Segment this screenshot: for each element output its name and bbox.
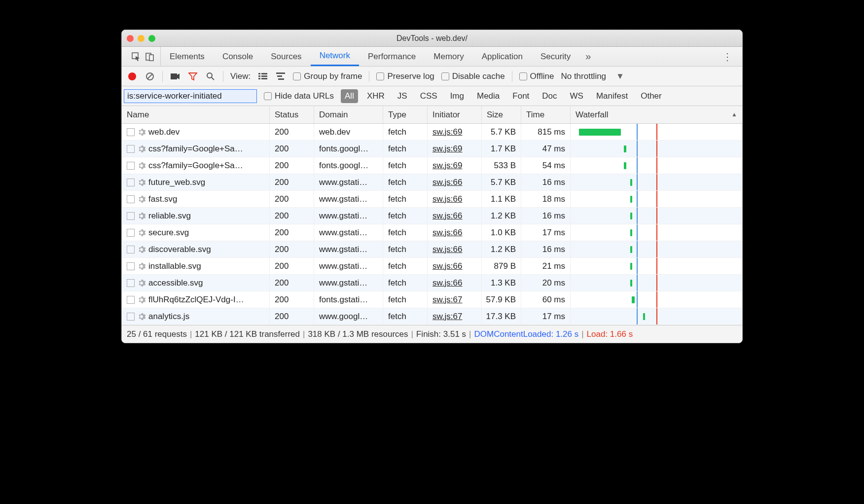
row-checkbox[interactable]	[127, 145, 135, 153]
request-initiator[interactable]: sw.js:69	[432, 144, 462, 154]
table-row[interactable]: analytics.js200www.googl…fetchsw.js:6717…	[122, 308, 742, 325]
request-initiator[interactable]: sw.js:66	[432, 211, 462, 221]
table-row[interactable]: accessible.svg200www.gstati…fetchsw.js:6…	[122, 275, 742, 291]
col-type[interactable]: Type	[383, 106, 428, 123]
col-size[interactable]: Size	[482, 106, 521, 123]
table-row[interactable]: css?family=Google+Sa…200fonts.googl…fetc…	[122, 141, 742, 157]
tab-network[interactable]: Network	[311, 47, 359, 66]
svg-point-6	[207, 73, 212, 78]
row-checkbox[interactable]	[127, 279, 135, 287]
table-row[interactable]: flUhRq6tzZclQEJ-Vdg-I…200fonts.gstati…fe…	[122, 291, 742, 308]
table-row[interactable]: future_web.svg200www.gstati…fetchsw.js:6…	[122, 174, 742, 191]
request-size: 1.3 KB	[482, 275, 521, 291]
row-checkbox[interactable]	[127, 128, 135, 136]
filter-type-css[interactable]: CSS	[416, 89, 441, 103]
search-icon[interactable]	[205, 71, 216, 82]
col-name[interactable]: Name	[122, 106, 270, 123]
kebab-menu-icon[interactable]: ⋮	[717, 51, 738, 63]
filter-type-doc[interactable]: Doc	[538, 89, 561, 103]
request-domain: fonts.googl…	[314, 157, 383, 174]
request-initiator[interactable]: sw.js:69	[432, 127, 462, 137]
request-initiator[interactable]: sw.js:66	[432, 178, 462, 187]
col-initiator[interactable]: Initiator	[428, 106, 482, 123]
tab-memory[interactable]: Memory	[425, 47, 472, 66]
col-domain[interactable]: Domain	[314, 106, 383, 123]
request-status: 200	[270, 241, 314, 257]
row-checkbox[interactable]	[127, 313, 135, 321]
filter-type-img[interactable]: Img	[446, 89, 468, 103]
offline-checkbox[interactable]: Offline	[519, 72, 554, 81]
row-checkbox[interactable]	[127, 296, 135, 304]
overview-icon[interactable]	[275, 71, 286, 82]
row-checkbox[interactable]	[127, 229, 135, 237]
request-status: 200	[270, 208, 314, 224]
row-checkbox[interactable]	[127, 212, 135, 220]
svg-rect-12	[258, 78, 260, 79]
filter-input[interactable]	[124, 89, 257, 103]
filter-type-ws[interactable]: WS	[566, 89, 587, 103]
row-checkbox[interactable]	[127, 246, 135, 253]
request-initiator[interactable]: sw.js:67	[432, 312, 462, 322]
col-time[interactable]: Time	[521, 106, 571, 123]
tab-sources[interactable]: Sources	[262, 47, 310, 66]
table-row[interactable]: installable.svg200www.gstati…fetchsw.js:…	[122, 258, 742, 275]
table-row[interactable]: fast.svg200www.gstati…fetchsw.js:661.1 K…	[122, 191, 742, 208]
filter-type-manifest[interactable]: Manifest	[592, 89, 632, 103]
table-row[interactable]: web.dev200web.devfetchsw.js:695.7 KB815 …	[122, 124, 742, 141]
table-row[interactable]: discoverable.svg200www.gstati…fetchsw.js…	[122, 241, 742, 258]
large-rows-icon[interactable]	[257, 71, 268, 82]
col-waterfall[interactable]: Waterfall▲	[571, 106, 742, 123]
row-checkbox[interactable]	[127, 195, 135, 203]
table-row[interactable]: css?family=Google+Sa…200fonts.googl…fetc…	[122, 157, 742, 174]
hide-data-urls-checkbox[interactable]: Hide data URLs	[264, 91, 334, 101]
filter-type-all[interactable]: All	[341, 89, 358, 103]
inspect-icon[interactable]	[131, 51, 142, 62]
request-initiator[interactable]: sw.js:69	[432, 161, 462, 171]
device-icon[interactable]	[144, 51, 155, 62]
request-name: installable.svg	[148, 261, 201, 271]
tab-elements[interactable]: Elements	[161, 47, 214, 66]
more-tabs-icon[interactable]: »	[581, 51, 595, 62]
group-by-frame-checkbox[interactable]: Group by frame	[293, 72, 362, 81]
filter-type-media[interactable]: Media	[473, 89, 504, 103]
row-checkbox[interactable]	[127, 179, 135, 186]
request-initiator[interactable]: sw.js:66	[432, 278, 462, 288]
filter-icon[interactable]	[187, 71, 198, 82]
request-initiator[interactable]: sw.js:66	[432, 228, 462, 238]
request-initiator[interactable]: sw.js:66	[432, 194, 462, 204]
request-status: 200	[270, 258, 314, 274]
filter-type-font[interactable]: Font	[508, 89, 533, 103]
tab-console[interactable]: Console	[214, 47, 262, 66]
table-row[interactable]: reliable.svg200www.gstati…fetchsw.js:661…	[122, 208, 742, 224]
throttling-select[interactable]: No throttling▼	[561, 72, 624, 81]
request-time: 16 ms	[521, 241, 571, 257]
status-resources: 318 KB / 1.3 MB resources	[308, 329, 408, 339]
row-checkbox[interactable]	[127, 262, 135, 270]
filter-type-other[interactable]: Other	[637, 89, 666, 103]
request-size: 5.7 KB	[482, 124, 521, 140]
preserve-log-checkbox[interactable]: Preserve log	[376, 72, 434, 81]
request-time: 60 ms	[521, 291, 571, 308]
svg-rect-5	[171, 73, 177, 79]
request-status: 200	[270, 291, 314, 308]
request-initiator[interactable]: sw.js:66	[432, 245, 462, 254]
row-checkbox[interactable]	[127, 162, 135, 170]
request-initiator[interactable]: sw.js:67	[432, 295, 462, 305]
col-status[interactable]: Status	[270, 106, 314, 123]
request-type: fetch	[383, 291, 428, 308]
request-type: fetch	[383, 224, 428, 241]
camera-icon[interactable]	[170, 71, 180, 82]
filter-type-xhr[interactable]: XHR	[363, 89, 389, 103]
disable-cache-checkbox[interactable]: Disable cache	[441, 72, 505, 81]
request-initiator[interactable]: sw.js:66	[432, 261, 462, 271]
tab-performance[interactable]: Performance	[359, 47, 425, 66]
filter-type-js[interactable]: JS	[394, 89, 411, 103]
request-domain: web.dev	[314, 124, 383, 140]
table-row[interactable]: secure.svg200www.gstati…fetchsw.js:661.0…	[122, 224, 742, 241]
tab-security[interactable]: Security	[532, 47, 579, 66]
request-size: 533 B	[482, 157, 521, 174]
record-button[interactable]	[127, 71, 138, 82]
clear-button[interactable]	[144, 71, 155, 82]
tab-application[interactable]: Application	[473, 47, 532, 66]
svg-rect-11	[261, 75, 267, 77]
